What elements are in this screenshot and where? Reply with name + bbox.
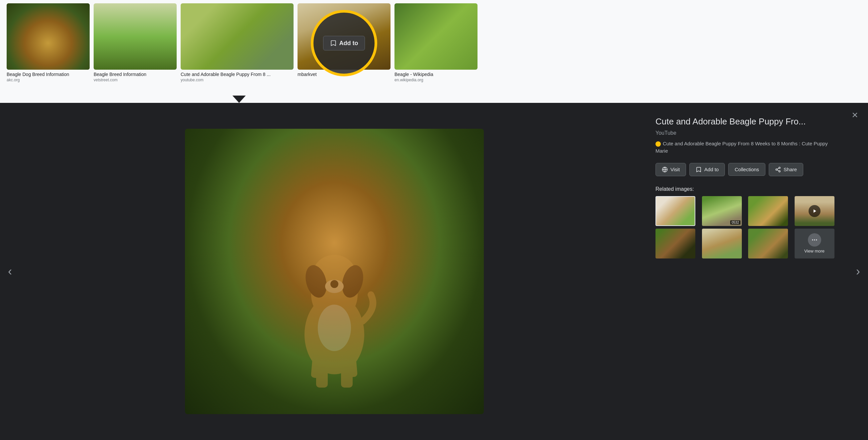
svg-marker-16 (813, 209, 816, 213)
thumb-3 (181, 3, 293, 70)
visit-label: Visit (671, 167, 680, 172)
related-images-label: Related images: (655, 186, 838, 192)
share-icon (775, 167, 781, 173)
card-info-2: Beagle Breed Information vetstreet.com (94, 72, 177, 82)
card-source-3: youtube.com (181, 78, 293, 82)
related-images-grid: 0532 View more (655, 196, 838, 259)
image-source: YouTube (655, 130, 838, 136)
collections-button[interactable]: Collections (728, 163, 765, 176)
close-button[interactable]: × (852, 109, 858, 120)
next-arrow[interactable]: › (848, 103, 868, 440)
image-card-5[interactable]: Beagle - Wikipedia en.wikipedia.org (395, 3, 477, 82)
image-card-4[interactable]: mbarkvet Add to (298, 3, 391, 77)
highlight-circle: Add to (311, 10, 377, 76)
card-title-5: Beagle - Wikipedia (395, 72, 477, 77)
card-title-3: Cute and Adorable Beagle Puppy From 8 ..… (181, 72, 293, 77)
bookmark-icon (330, 39, 337, 47)
svg-point-19 (812, 240, 813, 240)
next-icon: › (856, 265, 860, 278)
image-card-2[interactable]: Beagle Breed Information vetstreet.com (94, 3, 177, 82)
globe-icon (662, 167, 668, 173)
main-image (185, 129, 484, 414)
svg-point-14 (776, 169, 777, 171)
detail-panel: ‹ (0, 103, 868, 440)
card-source-1: akc.org (7, 78, 90, 82)
close-icon: × (852, 109, 858, 121)
prev-arrow[interactable]: ‹ (0, 103, 20, 440)
prev-icon: ‹ (8, 265, 12, 278)
right-info-panel: × Cute and Adorable Beagle Puppy Fro... … (649, 103, 848, 440)
thumb-1 (7, 3, 90, 70)
top-image-strip: Beagle Dog Breed Information akc.org Bea… (0, 0, 868, 103)
arrow-down-indicator (232, 96, 246, 103)
related-image-7[interactable] (748, 229, 788, 259)
card-info-3: Cute and Adorable Beagle Puppy From 8 ..… (181, 72, 293, 82)
collections-label: Collections (735, 167, 759, 172)
related-image-4[interactable] (795, 196, 834, 226)
related-image-6[interactable] (702, 229, 742, 259)
card-info-1: Beagle Dog Breed Information akc.org (7, 72, 90, 82)
image-card-3[interactable]: Cute and Adorable Beagle Puppy From 8 ..… (181, 3, 293, 82)
svg-point-17 (814, 240, 815, 240)
svg-rect-9 (311, 354, 323, 379)
related-image-3[interactable] (748, 196, 788, 226)
image-description: Cute and Adorable Beagle Puppy From 8 We… (655, 140, 838, 155)
add-to-button-label: Add to (704, 167, 719, 172)
svg-point-11 (318, 305, 351, 351)
card-title-2: Beagle Breed Information (94, 72, 177, 77)
play-icon (809, 205, 820, 217)
add-to-overlay-button[interactable]: Add to (323, 36, 365, 50)
add-to-label: Add to (339, 40, 358, 47)
visit-button[interactable]: Visit (655, 163, 686, 176)
image-card-1[interactable]: Beagle Dog Breed Information akc.org (7, 3, 90, 82)
view-more-icon (808, 233, 821, 246)
bookmark-icon (696, 167, 702, 173)
svg-point-6 (331, 280, 338, 288)
related-image-1[interactable] (655, 196, 695, 226)
view-more-label: View more (804, 248, 825, 253)
card-source-5: en.wikipedia.org (395, 78, 477, 82)
beagle-silhouette (281, 228, 388, 394)
add-to-button[interactable]: Add to (689, 163, 725, 176)
share-button[interactable]: Share (769, 163, 803, 176)
thumb-5 (395, 3, 477, 70)
action-buttons-row: Visit Add to Collections (655, 163, 838, 176)
svg-point-15 (779, 171, 780, 172)
thumb-badge-2: 0532 (730, 220, 740, 225)
main-image-area (20, 103, 649, 440)
thumb-2 (94, 3, 177, 70)
related-image-2[interactable]: 0532 (702, 196, 742, 226)
card-source-2: vetstreet.com (94, 78, 177, 82)
svg-point-18 (816, 240, 817, 240)
view-more-button[interactable]: View more (795, 229, 834, 259)
image-title: Cute and Adorable Beagle Puppy Fro... (655, 116, 838, 127)
card-info-5: Beagle - Wikipedia en.wikipedia.org (395, 72, 477, 82)
svg-rect-10 (345, 353, 358, 378)
related-image-5[interactable] (655, 229, 695, 259)
share-label: Share (784, 167, 797, 172)
svg-point-13 (779, 167, 780, 169)
yellow-dot-annotation (655, 141, 661, 147)
card-title-1: Beagle Dog Breed Information (7, 72, 90, 77)
